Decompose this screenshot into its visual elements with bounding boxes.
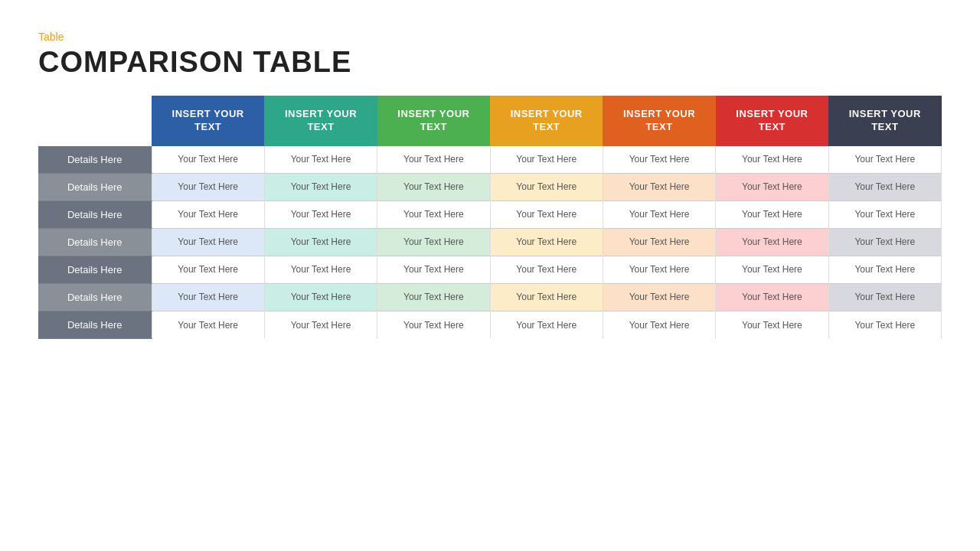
cell-r5-c2: Your Text Here — [377, 283, 490, 311]
cell-r3-c1: Your Text Here — [264, 228, 377, 256]
cell-r5-c5: Your Text Here — [716, 283, 828, 311]
cell-r0-c5: Your Text Here — [716, 146, 828, 174]
cell-r2-c4: Your Text Here — [603, 201, 715, 228]
header-label: Table — [38, 31, 942, 43]
table-row: Details HereYour Text HereYour Text Here… — [38, 256, 942, 283]
cell-r0-c4: Your Text Here — [603, 146, 715, 174]
cell-r4-c0: Your Text Here — [152, 256, 264, 283]
col-header-col5: INSERT YOUR TEXT — [603, 96, 715, 146]
cell-r6-c1: Your Text Here — [264, 311, 377, 338]
cell-r3-c2: Your Text Here — [377, 228, 490, 256]
col-header-col3: INSERT YOUR TEXT — [377, 96, 490, 146]
cell-r1-c5: Your Text Here — [716, 173, 828, 201]
cell-r0-c2: Your Text Here — [377, 146, 490, 174]
cell-r4-c3: Your Text Here — [490, 256, 603, 283]
header: Table COMPARISON TABLE — [38, 31, 942, 79]
cell-r4-c6: Your Text Here — [828, 256, 941, 283]
row-label-1: Details Here — [38, 173, 152, 201]
cell-r3-c3: Your Text Here — [490, 228, 603, 256]
cell-r6-c3: Your Text Here — [490, 311, 603, 338]
cell-r5-c4: Your Text Here — [603, 283, 715, 311]
cell-r5-c0: Your Text Here — [152, 283, 264, 311]
col-header-col7: INSERT YOUR TEXT — [828, 96, 941, 146]
row-label-6: Details Here — [38, 311, 152, 338]
cell-r1-c0: Your Text Here — [152, 173, 264, 201]
row-label-3: Details Here — [38, 228, 152, 256]
cell-r1-c6: Your Text Here — [828, 173, 941, 201]
cell-r0-c0: Your Text Here — [152, 146, 264, 174]
table-wrapper: INSERT YOUR TEXTINSERT YOUR TEXTINSERT Y… — [38, 96, 942, 528]
col-header-empty — [38, 96, 152, 146]
table-row: Details HereYour Text HereYour Text Here… — [38, 228, 942, 256]
cell-r1-c2: Your Text Here — [377, 173, 490, 201]
row-label-2: Details Here — [38, 201, 152, 228]
cell-r2-c1: Your Text Here — [264, 201, 377, 228]
cell-r1-c1: Your Text Here — [264, 173, 377, 201]
cell-r4-c5: Your Text Here — [716, 256, 828, 283]
cell-r4-c2: Your Text Here — [377, 256, 490, 283]
cell-r6-c6: Your Text Here — [828, 311, 941, 338]
page: Table COMPARISON TABLE INSERT YOUR TEXTI… — [0, 0, 980, 551]
cell-r6-c4: Your Text Here — [603, 311, 715, 338]
cell-r6-c2: Your Text Here — [377, 311, 490, 338]
table-row: Details HereYour Text HereYour Text Here… — [38, 146, 942, 174]
cell-r0-c3: Your Text Here — [490, 146, 603, 174]
cell-r4-c4: Your Text Here — [603, 256, 715, 283]
cell-r1-c4: Your Text Here — [603, 173, 715, 201]
cell-r6-c5: Your Text Here — [716, 311, 828, 338]
row-label-4: Details Here — [38, 256, 152, 283]
col-header-col2: INSERT YOUR TEXT — [264, 96, 377, 146]
cell-r3-c4: Your Text Here — [603, 228, 715, 256]
cell-r3-c5: Your Text Here — [716, 228, 828, 256]
cell-r6-c0: Your Text Here — [152, 311, 264, 338]
table-row: Details HereYour Text HereYour Text Here… — [38, 311, 942, 338]
cell-r0-c1: Your Text Here — [264, 146, 377, 174]
table-row: Details HereYour Text HereYour Text Here… — [38, 201, 942, 228]
cell-r2-c0: Your Text Here — [152, 201, 264, 228]
header-title: COMPARISON TABLE — [38, 46, 942, 79]
cell-r3-c6: Your Text Here — [828, 228, 941, 256]
col-header-col1: INSERT YOUR TEXT — [152, 96, 264, 146]
cell-r2-c2: Your Text Here — [377, 201, 490, 228]
row-label-5: Details Here — [38, 283, 152, 311]
cell-r0-c6: Your Text Here — [828, 146, 941, 174]
cell-r3-c0: Your Text Here — [152, 228, 264, 256]
cell-r4-c1: Your Text Here — [264, 256, 377, 283]
cell-r5-c6: Your Text Here — [828, 283, 941, 311]
col-header-col6: INSERT YOUR TEXT — [716, 96, 828, 146]
row-label-0: Details Here — [38, 146, 152, 174]
cell-r2-c3: Your Text Here — [490, 201, 603, 228]
cell-r2-c5: Your Text Here — [716, 201, 828, 228]
col-header-col4: INSERT YOUR TEXT — [490, 96, 603, 146]
cell-r5-c1: Your Text Here — [264, 283, 377, 311]
cell-r5-c3: Your Text Here — [490, 283, 603, 311]
table-row: Details HereYour Text HereYour Text Here… — [38, 173, 942, 201]
cell-r2-c6: Your Text Here — [828, 201, 941, 228]
cell-r1-c3: Your Text Here — [490, 173, 603, 201]
comparison-table: INSERT YOUR TEXTINSERT YOUR TEXTINSERT Y… — [38, 96, 942, 339]
table-row: Details HereYour Text HereYour Text Here… — [38, 283, 942, 311]
